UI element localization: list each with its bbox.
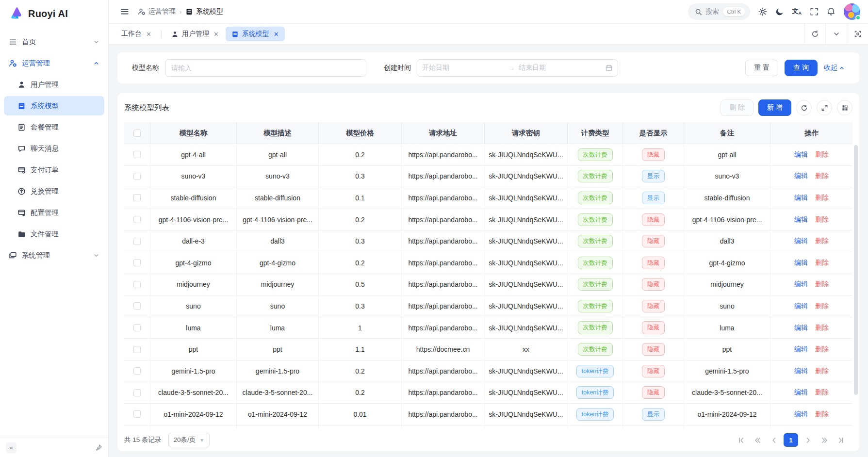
- translate-icon[interactable]: 文A: [792, 8, 802, 16]
- next-page-button[interactable]: [801, 433, 815, 447]
- edit-link[interactable]: 编辑: [794, 194, 808, 202]
- sidebar-item-system[interactable]: 系统管理: [4, 245, 104, 265]
- sidebar-item-models[interactable]: 系统模型: [4, 96, 104, 115]
- pin-icon[interactable]: [95, 444, 102, 451]
- edit-link[interactable]: 编辑: [794, 324, 808, 332]
- sidebar-item-operations[interactable]: 运营管理: [4, 53, 104, 73]
- cell-actions: 编辑 删除: [770, 339, 852, 360]
- column-settings-icon[interactable]: [837, 100, 852, 115]
- tab-users[interactable]: 用户管理 ✕: [165, 27, 225, 41]
- delete-link[interactable]: 删除: [815, 410, 829, 419]
- tab-list-chevron-icon[interactable]: [825, 24, 847, 44]
- edit-link[interactable]: 编辑: [794, 280, 808, 289]
- global-search[interactable]: 搜索 Ctrl K: [688, 3, 750, 20]
- row-checkbox[interactable]: [133, 216, 141, 223]
- delete-link[interactable]: 删除: [815, 237, 829, 245]
- table-scrollbar[interactable]: [854, 144, 858, 429]
- maximize-content-icon[interactable]: [847, 24, 868, 44]
- page-size-select[interactable]: 20条/页 ▼: [168, 433, 210, 447]
- sidebar-item-messages[interactable]: 聊天消息: [4, 139, 104, 158]
- select-all-checkbox[interactable]: [133, 130, 141, 137]
- date-range-input[interactable]: 开始日期 → 结束日期: [417, 59, 618, 77]
- row-checkbox[interactable]: [133, 281, 141, 288]
- add-button[interactable]: 新 增: [758, 99, 791, 116]
- delete-link[interactable]: 删除: [815, 324, 829, 332]
- sidebar-item-label: 用户管理: [31, 80, 59, 89]
- delete-link[interactable]: 删除: [815, 280, 829, 289]
- delete-link[interactable]: 删除: [815, 172, 829, 180]
- sidebar-item-orders[interactable]: 支付订单: [4, 160, 104, 180]
- model-name-input[interactable]: [165, 59, 366, 77]
- breadcrumb-item-models[interactable]: 系统模型: [185, 7, 223, 16]
- row-checkbox[interactable]: [133, 410, 141, 418]
- tab-workbench[interactable]: 工作台 ✕: [115, 27, 157, 41]
- delete-link[interactable]: 删除: [815, 302, 829, 310]
- delete-link[interactable]: 删除: [815, 194, 829, 202]
- sidebar-item-redeem[interactable]: 兑换管理: [4, 181, 104, 201]
- edit-link[interactable]: 编辑: [794, 237, 808, 245]
- delete-link[interactable]: 删除: [815, 388, 829, 397]
- row-checkbox[interactable]: [133, 324, 141, 331]
- app-logo[interactable]: Ruoyi AI: [0, 0, 108, 27]
- edit-link[interactable]: 编辑: [794, 302, 808, 310]
- fullscreen-table-icon[interactable]: [817, 100, 832, 115]
- row-checkbox[interactable]: [133, 194, 141, 201]
- first-page-button[interactable]: [734, 433, 748, 447]
- dark-mode-icon[interactable]: [775, 7, 784, 16]
- row-checkbox[interactable]: [133, 151, 141, 158]
- tab-models[interactable]: 系统模型 ✕: [226, 27, 285, 41]
- close-tab-icon[interactable]: ✕: [146, 31, 151, 38]
- sidebar-collapse-button[interactable]: «: [6, 442, 16, 453]
- current-page-button[interactable]: 1: [784, 433, 798, 447]
- back-5-pages-button[interactable]: [751, 433, 764, 447]
- row-checkbox[interactable]: [133, 302, 141, 310]
- edit-link[interactable]: 编辑: [794, 410, 808, 419]
- row-checkbox[interactable]: [133, 238, 141, 245]
- edit-link[interactable]: 编辑: [794, 345, 808, 354]
- fullscreen-icon[interactable]: [810, 7, 819, 16]
- sidebar-item-users[interactable]: 用户管理: [4, 75, 104, 94]
- delete-link[interactable]: 删除: [815, 259, 829, 267]
- close-tab-icon[interactable]: ✕: [213, 31, 219, 38]
- row-checkbox[interactable]: [133, 367, 141, 375]
- sidebar-item-files[interactable]: 文件管理: [4, 224, 104, 244]
- cell-model-price: 0.5: [319, 274, 402, 295]
- search-button[interactable]: 查 询: [785, 60, 818, 76]
- edit-link[interactable]: 编辑: [794, 172, 808, 180]
- row-checkbox[interactable]: [133, 259, 141, 266]
- scrollbar-thumb[interactable]: [854, 145, 858, 395]
- refresh-tab-icon[interactable]: [804, 24, 825, 44]
- column-header: 模型描述: [237, 122, 319, 144]
- delete-link[interactable]: 删除: [815, 150, 829, 159]
- last-page-button[interactable]: [834, 433, 848, 447]
- breadcrumb-item-operations[interactable]: 运营管理: [138, 7, 176, 16]
- edit-link[interactable]: 编辑: [794, 150, 808, 159]
- delete-link[interactable]: 删除: [815, 367, 829, 375]
- billing-type-badge: 次数计费: [578, 213, 613, 226]
- edit-link[interactable]: 编辑: [794, 367, 808, 375]
- user-avatar[interactable]: [844, 3, 860, 20]
- settings-icon[interactable]: [758, 7, 767, 16]
- edit-link[interactable]: 编辑: [794, 388, 808, 397]
- cell-model-desc: o1-mini-2024-09-12: [237, 404, 319, 425]
- delete-link[interactable]: 删除: [815, 345, 829, 354]
- edit-link[interactable]: 编辑: [794, 259, 808, 267]
- edit-link[interactable]: 编辑: [794, 215, 808, 224]
- delete-link[interactable]: 删除: [815, 215, 829, 224]
- menu-toggle-icon[interactable]: [120, 7, 129, 16]
- close-tab-icon[interactable]: ✕: [274, 31, 279, 38]
- sidebar-item-packages[interactable]: 套餐管理: [4, 117, 104, 137]
- row-checkbox[interactable]: [133, 173, 141, 180]
- reset-button[interactable]: 重 置: [745, 60, 778, 76]
- delete-button[interactable]: 删 除: [721, 99, 753, 116]
- table-panel: 系统模型列表 删 除 新 增: [117, 93, 859, 451]
- prev-page-button[interactable]: [767, 433, 781, 447]
- collapse-filters-link[interactable]: 收起: [824, 64, 845, 72]
- refresh-table-icon[interactable]: [796, 100, 812, 115]
- row-checkbox[interactable]: [133, 389, 141, 396]
- sidebar-item-home[interactable]: 首页: [4, 32, 104, 51]
- row-checkbox[interactable]: [133, 346, 141, 353]
- forward-5-pages-button[interactable]: [818, 433, 831, 447]
- sidebar-item-config[interactable]: 配置管理: [4, 203, 104, 222]
- notifications-icon[interactable]: [827, 7, 835, 16]
